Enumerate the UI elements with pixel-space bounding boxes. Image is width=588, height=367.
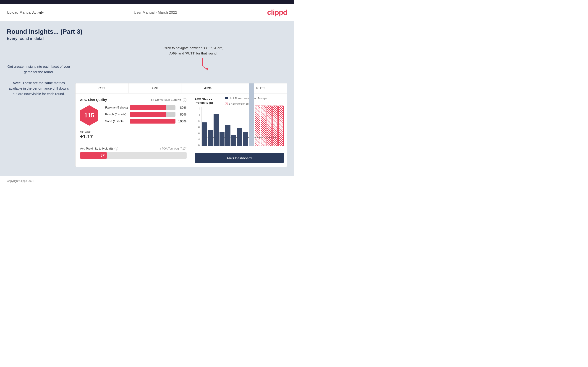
y-label-25: 25	[195, 138, 200, 140]
bar-track-fairway	[130, 105, 175, 110]
y-label-15: 15	[195, 125, 200, 128]
chart-bar-group	[272, 107, 278, 146]
top-bar	[0, 0, 294, 4]
header: Upload Manual Activity User Manual - Mar…	[0, 4, 294, 21]
legend-up-down: Up & Down	[225, 97, 242, 100]
chart-bar	[237, 128, 242, 146]
chart-title: ARG Shots - Proximity (ft)	[195, 98, 225, 104]
proximity-label: Avg Proximity to Hole (ft) ?	[80, 147, 118, 151]
tab-ott[interactable]: OTT	[76, 83, 129, 93]
content-area: Get greater insight into each facet of y…	[7, 46, 287, 167]
y-label-5: 5	[195, 114, 200, 116]
chart-plot	[201, 107, 284, 146]
copyright: Copyright Clippd 2021	[7, 179, 34, 183]
legend-dash-avg	[244, 98, 249, 99]
y-label-10: 10	[195, 119, 200, 122]
section-header: ARG Shot Quality 6ft Conversion Zone % ?	[80, 98, 186, 102]
proximity-value: 77'	[101, 154, 105, 157]
center-title: User Manual - March 2022	[134, 10, 177, 14]
clippd-logo: clippd	[267, 8, 287, 17]
proximity-section: Avg Proximity to Hole (ft) ? ↑ PGA Tour …	[80, 143, 186, 159]
pga-avg: ↑ PGA Tour Avg: 7'10"	[160, 147, 186, 150]
chart-bar-group	[208, 107, 213, 146]
chart-bar	[272, 106, 278, 146]
chart-bar-group	[249, 107, 254, 146]
insight-text-part1: Get greater insight into each facet of y…	[7, 65, 70, 74]
shot-quality-label: ARG Shot Quality	[80, 98, 107, 102]
tab-putt[interactable]: PUTT	[234, 83, 287, 93]
insight-text-note: Note: These are the same metrics availab…	[9, 81, 69, 96]
nav-hint-area: Click to navigate between 'OTT', 'APP','…	[75, 46, 287, 65]
tab-app[interactable]: APP	[129, 83, 182, 93]
upload-title: Upload Manual Activity	[7, 10, 44, 15]
chart-bar-group	[237, 107, 242, 146]
insight-text: Get greater insight into each facet of y…	[7, 64, 71, 97]
bar-row-rough: Rough (5 shots) 80%	[105, 112, 186, 117]
page-heading: Round Insights... (Part 3)	[7, 28, 287, 35]
sg-value: +1.17	[80, 134, 186, 140]
chart-bar	[243, 132, 248, 146]
bar-label-sand: Sand (1 shots)	[105, 119, 128, 123]
chart-bar-group	[231, 107, 236, 146]
y-label-20: 20	[195, 132, 200, 134]
bar-row-fairway: Fairway (5 shots) 80%	[105, 105, 186, 110]
tab-arg[interactable]: ARG	[182, 83, 234, 93]
chart-bar-group	[261, 107, 266, 146]
chart-bar	[249, 83, 254, 146]
bar-track-rough	[130, 112, 175, 117]
chart-y-axis: 30 25 20 15 10 5 0	[195, 107, 200, 146]
left-panel: Get greater insight into each facet of y…	[7, 46, 71, 97]
chart-bar-group	[255, 107, 260, 146]
header-center: User Manual - March 2022	[134, 10, 177, 15]
right-panel: Click to navigate between 'OTT', 'APP','…	[75, 46, 287, 167]
legend-hatch-6ft	[225, 103, 228, 105]
left-section: ARG Shot Quality 6ft Conversion Zone % ?…	[76, 93, 191, 167]
chart-bar	[202, 122, 207, 146]
legend-round-avg: Round Average	[244, 97, 267, 100]
conversion-label: 6ft Conversion Zone % ?	[151, 98, 186, 102]
chart-bar	[214, 114, 219, 146]
navigation-arrow	[200, 57, 214, 72]
nav-hint-text: Click to navigate between 'OTT', 'APP','…	[164, 46, 223, 56]
chart-header: ARG Shots - Proximity (ft) Up & Down Rou…	[195, 97, 284, 105]
chart-bar-group	[278, 107, 284, 146]
header-left: Upload Manual Activity	[7, 10, 44, 15]
bar-pct-sand: 100%	[177, 119, 186, 123]
chart-bar-group	[219, 107, 225, 146]
tabs-row: OTT APP ARG PUTT	[76, 83, 287, 93]
legend-box-updown	[225, 97, 228, 99]
chart-bar	[255, 106, 260, 146]
hexagon-score: 115	[80, 105, 98, 126]
chart-bar-group	[202, 107, 207, 146]
bars-area: Fairway (5 shots) 80% Rough (5 shots)	[105, 105, 186, 126]
bar-fill-fairway	[130, 105, 166, 110]
chart-bar-group	[214, 107, 219, 146]
bar-row-sand: Sand (1 shots) 100%	[105, 119, 186, 124]
bar-fill-sand	[130, 119, 175, 124]
hexagon-container: 115	[80, 105, 98, 126]
proximity-bar-track: 77'	[80, 152, 186, 159]
bar-label-fairway: Fairway (5 shots)	[105, 106, 128, 109]
help-icon[interactable]: ?	[183, 98, 186, 102]
legend-6ft: 6 ft conversion zone	[225, 102, 251, 105]
dashboard-card: OTT APP ARG PUTT ARG Shot Quality 6ft Co…	[75, 83, 287, 167]
proximity-help-icon[interactable]: ?	[114, 147, 118, 150]
footer: Copyright Clippd 2021	[0, 176, 294, 186]
chart-bar	[278, 106, 284, 146]
chart-bar-group	[267, 107, 272, 146]
card-body: ARG Shot Quality 6ft Conversion Zone % ?…	[76, 93, 287, 167]
chart-bar	[208, 130, 213, 146]
arg-dashboard-button[interactable]: ARG Dashboard	[195, 153, 284, 163]
main-content: Round Insights... (Part 3) Every round i…	[0, 21, 294, 176]
sg-label: SG ARG	[80, 130, 186, 134]
bar-pct-fairway: 80%	[177, 106, 186, 109]
chart-bar	[231, 135, 236, 146]
chart-bar-group	[243, 107, 248, 146]
chart-bar	[219, 132, 225, 146]
hex-score: 115	[84, 112, 94, 119]
chart-area: 30 25 20 15 10 5 0 8	[195, 107, 284, 153]
chart-bar	[261, 106, 266, 146]
chart-bar	[267, 106, 272, 146]
bar-label-rough: Rough (5 shots)	[105, 113, 128, 116]
score-hexagon-area: 115 Fairway (5 shots) 80%	[80, 105, 186, 126]
